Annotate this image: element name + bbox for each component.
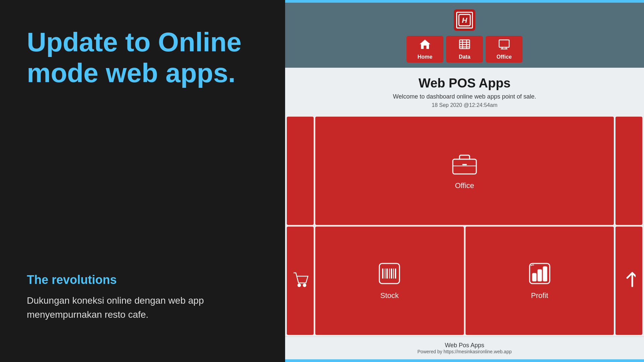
monitor-svg: [498, 39, 510, 50]
logo-container: H: [454, 9, 475, 31]
cash-arrow-icon: [622, 269, 636, 292]
cart-icon: [292, 271, 309, 291]
svg-text:H: H: [462, 16, 468, 24]
revolution-desc-line1: Dukungan koneksi online dengan web app: [27, 295, 204, 306]
welcome-section: Web POS Apps Welcome to dashboard online…: [285, 68, 644, 115]
tile-cash-partial[interactable]: [615, 227, 642, 335]
data-icon: [459, 39, 471, 52]
left-bottom-section: The revolutions Dukungan koneksi online …: [27, 273, 258, 335]
profit-icon: [528, 262, 551, 288]
nav-data-button[interactable]: Data: [446, 36, 483, 63]
tiles-row-2: Stock Profit: [287, 227, 642, 335]
left-panel: Update to Online mode web apps. The revo…: [0, 0, 285, 362]
top-blue-bar: [285, 0, 644, 3]
nav-home-button[interactable]: Home: [407, 36, 443, 63]
office-nav-icon: [498, 39, 510, 52]
welcome-title: Web POS Apps: [292, 76, 637, 90]
nav-office-button[interactable]: Office: [486, 36, 523, 63]
tile-profit[interactable]: Profit: [466, 227, 614, 335]
tile-stock[interactable]: Stock: [315, 227, 464, 335]
tile-ice-partial[interactable]: [287, 227, 314, 335]
svg-rect-26: [533, 274, 536, 281]
bottom-blue-bar: [285, 359, 644, 362]
right-main: Web POS Apps Welcome to dashboard online…: [285, 68, 644, 359]
logo-icon: H: [458, 13, 471, 27]
revolution-heading: The revolutions: [27, 273, 258, 287]
office-tile-label: Office: [455, 181, 474, 190]
office-tile-icon: [451, 152, 478, 178]
arrow-svg: [622, 269, 636, 290]
welcome-subtitle: Welcome to dashboard online web apps poi…: [292, 93, 637, 100]
svg-point-16: [303, 284, 306, 287]
tiles-container: Office: [285, 115, 644, 337]
revolution-description: Dukungan koneksi online dengan web app m…: [27, 294, 258, 322]
barcode-svg: [378, 262, 401, 285]
right-footer: Web Pos Apps Powered by https://mesinkas…: [285, 337, 644, 359]
data-svg: [459, 39, 471, 50]
svg-rect-12: [453, 159, 476, 174]
left-top-section: Update to Online mode web apps.: [27, 27, 258, 273]
profit-label: Profit: [531, 291, 548, 300]
right-panel: H Home: [285, 0, 644, 362]
cart-svg: [292, 271, 309, 288]
briefcase-svg: [451, 152, 478, 175]
svg-rect-27: [538, 270, 541, 281]
nav-buttons: Home Data: [407, 36, 523, 63]
revolution-desc-line2: menyempurnakan resto cafe.: [27, 309, 149, 320]
office-nav-label: Office: [496, 54, 512, 60]
footer-title: Web Pos Apps: [290, 342, 639, 349]
stock-icon: [378, 262, 401, 288]
right-header: H Home: [285, 3, 644, 68]
svg-rect-8: [499, 40, 509, 47]
app-logo: H: [454, 9, 475, 31]
chart-svg: [528, 262, 551, 285]
stock-label: Stock: [380, 291, 399, 300]
tiles-row-1: Office: [287, 117, 642, 225]
home-icon: [419, 39, 431, 52]
home-label: Home: [418, 54, 432, 60]
logo-letter: H: [456, 12, 473, 28]
tile-partial-right-top[interactable]: [615, 117, 642, 225]
tile-partial-left-top[interactable]: [287, 117, 314, 225]
data-label: Data: [459, 54, 471, 60]
svg-point-15: [298, 284, 301, 287]
main-title: Update to Online mode web apps.: [27, 27, 258, 88]
tile-office[interactable]: Office: [315, 117, 614, 225]
welcome-date: 18 Sep 2020 @12:24:54am: [292, 102, 637, 108]
home-svg: [419, 39, 431, 50]
footer-subtitle: Powered by https://mesinkasironline.web.…: [290, 349, 639, 354]
svg-rect-28: [543, 267, 547, 281]
